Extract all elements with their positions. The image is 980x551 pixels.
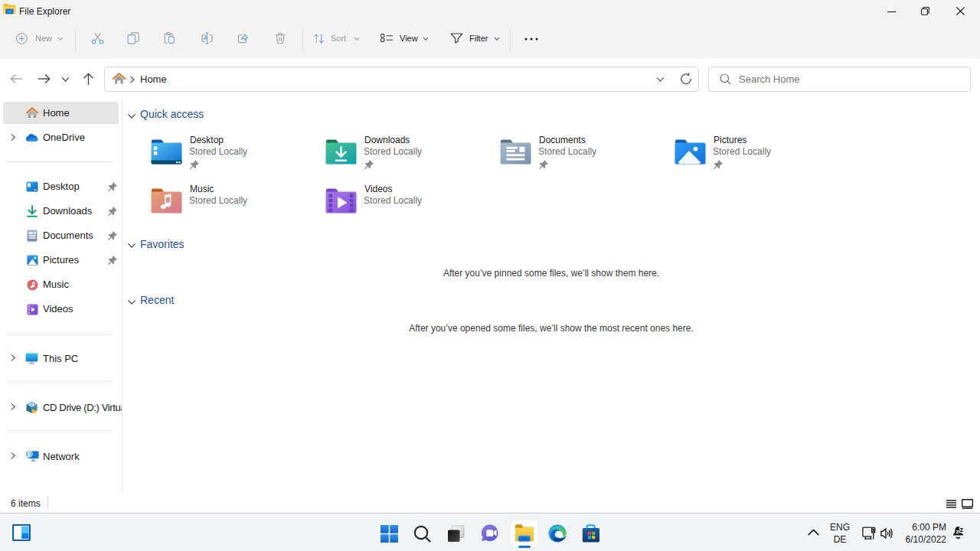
- svg-text:z: z: [956, 528, 959, 535]
- svg-text:z: z: [960, 526, 964, 533]
